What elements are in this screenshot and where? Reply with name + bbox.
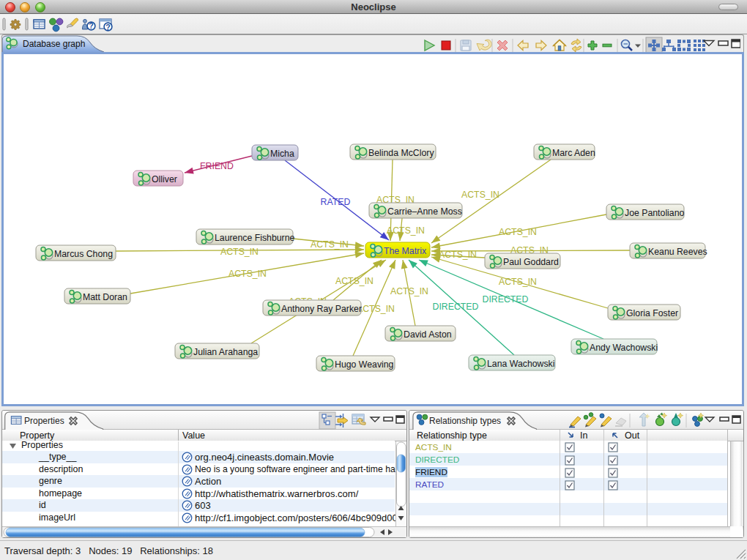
svg-text:The Matrix: The Matrix — [384, 246, 427, 256]
svg-text:Andy Wachowski: Andy Wachowski — [590, 343, 658, 353]
svg-text:Gloria Foster: Gloria Foster — [626, 308, 678, 318]
svg-text:ACTS_IN: ACTS_IN — [387, 225, 425, 236]
svg-text:ACTS_IN: ACTS_IN — [461, 190, 499, 200]
svg-text:DIRECTED: DIRECTED — [433, 302, 479, 312]
svg-text:Paul Goddard: Paul Goddard — [503, 257, 559, 267]
svg-text:ACTS_IN: ACTS_IN — [357, 304, 395, 314]
svg-text:Joe Pantoliano: Joe Pantoliano — [625, 208, 685, 218]
svg-text:Belinda McClory: Belinda McClory — [368, 148, 434, 158]
svg-text:RATED: RATED — [321, 197, 351, 207]
svg-text:David Aston: David Aston — [404, 329, 452, 340]
svg-text:ACTS_IN: ACTS_IN — [499, 277, 537, 287]
svg-text:ACTS_IN: ACTS_IN — [499, 227, 537, 237]
svg-text:ACTS_IN: ACTS_IN — [228, 269, 267, 279]
svg-text:ACTS_IN: ACTS_IN — [220, 247, 259, 257]
svg-text:Julian Arahanga: Julian Arahanga — [193, 347, 258, 357]
svg-text:Micha: Micha — [270, 149, 294, 159]
svg-text:ACTS_IN: ACTS_IN — [335, 276, 374, 286]
svg-text:FRIEND: FRIEND — [200, 161, 234, 171]
svg-text:Lana Wachowski: Lana Wachowski — [487, 359, 555, 369]
svg-text:Laurence Fishburne: Laurence Fishburne — [215, 233, 295, 243]
svg-text:ACTS_IN: ACTS_IN — [439, 250, 477, 260]
svg-text:Matt Doran: Matt Doran — [83, 292, 127, 302]
svg-text:Marcus Chong: Marcus Chong — [54, 249, 113, 259]
svg-text:ACTS_IN: ACTS_IN — [311, 239, 349, 250]
svg-text:Keanu Reeves: Keanu Reeves — [648, 247, 707, 257]
svg-text:Anthony Ray Parker: Anthony Ray Parker — [281, 304, 362, 314]
svg-text:Olliver: Olliver — [152, 174, 177, 184]
svg-text:DIRECTED: DIRECTED — [483, 294, 529, 305]
svg-text:ACTS_IN: ACTS_IN — [390, 286, 428, 296]
svg-text:Carrie–Anne Moss: Carrie–Anne Moss — [387, 206, 462, 217]
svg-text:Marc Aden: Marc Aden — [552, 148, 595, 158]
svg-text:Hugo Weaving: Hugo Weaving — [335, 359, 394, 370]
